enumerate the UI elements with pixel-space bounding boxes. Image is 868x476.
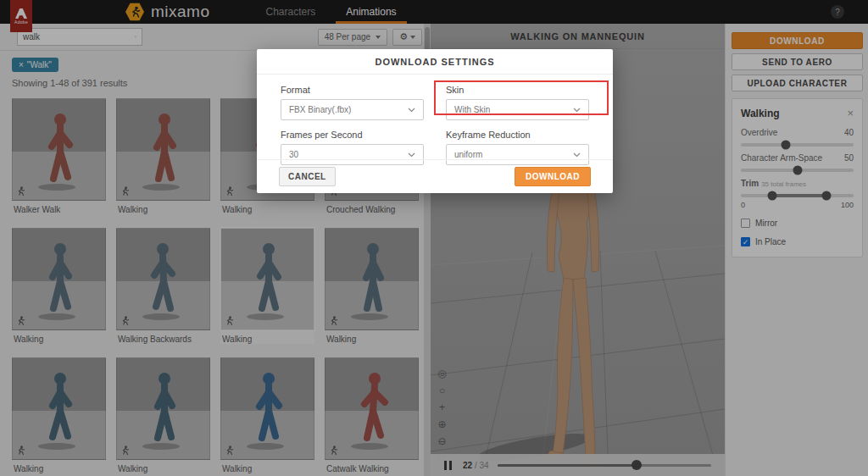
skin-value: With Skin (454, 105, 490, 114)
format-label: Format (281, 85, 424, 95)
fps-label: Frames per Second (281, 130, 424, 140)
skin-field: Skin With Skin (446, 85, 589, 120)
skin-select[interactable]: With Skin (446, 99, 589, 120)
modal-title: DOWNLOAD SETTINGS (257, 49, 613, 75)
format-value: FBX Binary(.fbx) (289, 105, 351, 114)
cancel-button[interactable]: CANCEL (279, 167, 336, 186)
format-field: Format FBX Binary(.fbx) (281, 85, 424, 120)
keyframe-reduction-label: Keyframe Reduction (446, 130, 589, 140)
modal-download-button[interactable]: DOWNLOAD (515, 167, 591, 186)
chevron-down-icon (408, 108, 415, 113)
skin-label: Skin (446, 85, 589, 95)
download-settings-modal: DOWNLOAD SETTINGS Format FBX Binary(.fbx… (257, 49, 613, 193)
keyframe-reduction-value: uniform (454, 150, 482, 159)
chevron-down-icon (573, 152, 581, 158)
format-select[interactable]: FBX Binary(.fbx) (281, 99, 424, 120)
fps-value: 30 (289, 150, 298, 159)
chevron-down-icon (408, 152, 415, 158)
chevron-down-icon (573, 108, 581, 113)
